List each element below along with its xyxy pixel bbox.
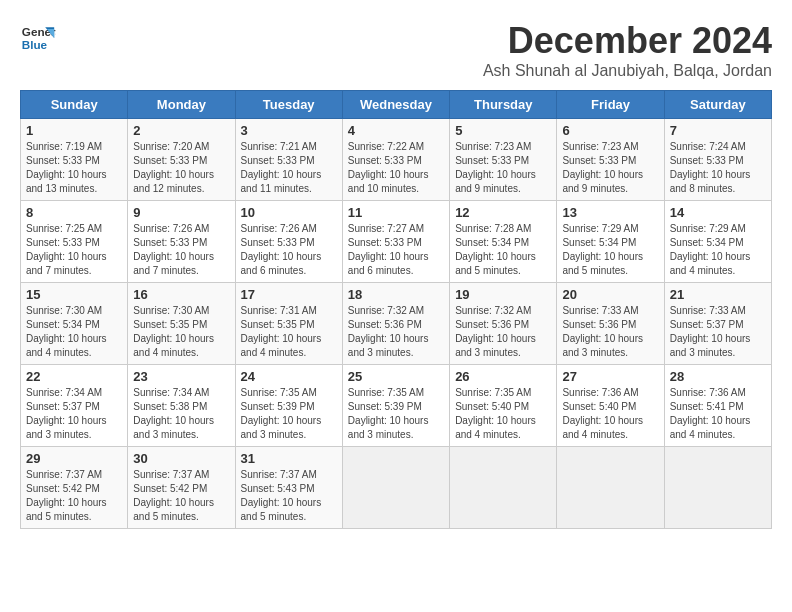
calendar-cell: 24Sunrise: 7:35 AM Sunset: 5:39 PM Dayli… [235, 365, 342, 447]
day-info: Sunrise: 7:20 AM Sunset: 5:33 PM Dayligh… [133, 140, 229, 196]
calendar-cell: 8Sunrise: 7:25 AM Sunset: 5:33 PM Daylig… [21, 201, 128, 283]
calendar-cell: 2Sunrise: 7:20 AM Sunset: 5:33 PM Daylig… [128, 119, 235, 201]
day-number: 8 [26, 205, 122, 220]
day-number: 10 [241, 205, 337, 220]
calendar-cell: 17Sunrise: 7:31 AM Sunset: 5:35 PM Dayli… [235, 283, 342, 365]
day-info: Sunrise: 7:28 AM Sunset: 5:34 PM Dayligh… [455, 222, 551, 278]
logo-icon: General Blue [20, 20, 56, 56]
day-number: 16 [133, 287, 229, 302]
page-header: General Blue December 2024 Ash Shunah al… [20, 20, 772, 80]
day-info: Sunrise: 7:37 AM Sunset: 5:42 PM Dayligh… [133, 468, 229, 524]
day-number: 5 [455, 123, 551, 138]
header-saturday: Saturday [664, 91, 771, 119]
header-thursday: Thursday [450, 91, 557, 119]
header-tuesday: Tuesday [235, 91, 342, 119]
header-friday: Friday [557, 91, 664, 119]
header-sunday: Sunday [21, 91, 128, 119]
day-info: Sunrise: 7:36 AM Sunset: 5:41 PM Dayligh… [670, 386, 766, 442]
calendar-cell: 22Sunrise: 7:34 AM Sunset: 5:37 PM Dayli… [21, 365, 128, 447]
day-info: Sunrise: 7:33 AM Sunset: 5:37 PM Dayligh… [670, 304, 766, 360]
day-info: Sunrise: 7:21 AM Sunset: 5:33 PM Dayligh… [241, 140, 337, 196]
day-info: Sunrise: 7:34 AM Sunset: 5:37 PM Dayligh… [26, 386, 122, 442]
calendar-week-4: 22Sunrise: 7:34 AM Sunset: 5:37 PM Dayli… [21, 365, 772, 447]
calendar-cell: 13Sunrise: 7:29 AM Sunset: 5:34 PM Dayli… [557, 201, 664, 283]
day-number: 22 [26, 369, 122, 384]
header-wednesday: Wednesday [342, 91, 449, 119]
calendar-cell: 4Sunrise: 7:22 AM Sunset: 5:33 PM Daylig… [342, 119, 449, 201]
day-number: 7 [670, 123, 766, 138]
day-info: Sunrise: 7:26 AM Sunset: 5:33 PM Dayligh… [133, 222, 229, 278]
day-info: Sunrise: 7:25 AM Sunset: 5:33 PM Dayligh… [26, 222, 122, 278]
day-number: 17 [241, 287, 337, 302]
title-section: December 2024 Ash Shunah al Janubiyah, B… [483, 20, 772, 80]
day-info: Sunrise: 7:19 AM Sunset: 5:33 PM Dayligh… [26, 140, 122, 196]
day-info: Sunrise: 7:31 AM Sunset: 5:35 PM Dayligh… [241, 304, 337, 360]
calendar-week-2: 8Sunrise: 7:25 AM Sunset: 5:33 PM Daylig… [21, 201, 772, 283]
calendar-week-1: 1Sunrise: 7:19 AM Sunset: 5:33 PM Daylig… [21, 119, 772, 201]
day-number: 29 [26, 451, 122, 466]
day-info: Sunrise: 7:30 AM Sunset: 5:35 PM Dayligh… [133, 304, 229, 360]
calendar-cell [664, 447, 771, 529]
calendar-cell [450, 447, 557, 529]
day-number: 2 [133, 123, 229, 138]
day-info: Sunrise: 7:22 AM Sunset: 5:33 PM Dayligh… [348, 140, 444, 196]
day-info: Sunrise: 7:35 AM Sunset: 5:39 PM Dayligh… [241, 386, 337, 442]
calendar-cell: 11Sunrise: 7:27 AM Sunset: 5:33 PM Dayli… [342, 201, 449, 283]
day-number: 3 [241, 123, 337, 138]
day-number: 21 [670, 287, 766, 302]
day-info: Sunrise: 7:24 AM Sunset: 5:33 PM Dayligh… [670, 140, 766, 196]
svg-text:Blue: Blue [22, 38, 48, 51]
calendar-cell: 23Sunrise: 7:34 AM Sunset: 5:38 PM Dayli… [128, 365, 235, 447]
calendar-week-3: 15Sunrise: 7:30 AM Sunset: 5:34 PM Dayli… [21, 283, 772, 365]
day-number: 25 [348, 369, 444, 384]
calendar-cell: 15Sunrise: 7:30 AM Sunset: 5:34 PM Dayli… [21, 283, 128, 365]
header-monday: Monday [128, 91, 235, 119]
calendar-cell: 30Sunrise: 7:37 AM Sunset: 5:42 PM Dayli… [128, 447, 235, 529]
day-number: 12 [455, 205, 551, 220]
day-info: Sunrise: 7:32 AM Sunset: 5:36 PM Dayligh… [455, 304, 551, 360]
day-number: 18 [348, 287, 444, 302]
calendar-cell: 1Sunrise: 7:19 AM Sunset: 5:33 PM Daylig… [21, 119, 128, 201]
day-number: 20 [562, 287, 658, 302]
calendar-header-row: SundayMondayTuesdayWednesdayThursdayFrid… [21, 91, 772, 119]
day-number: 19 [455, 287, 551, 302]
day-info: Sunrise: 7:33 AM Sunset: 5:36 PM Dayligh… [562, 304, 658, 360]
day-info: Sunrise: 7:36 AM Sunset: 5:40 PM Dayligh… [562, 386, 658, 442]
day-info: Sunrise: 7:27 AM Sunset: 5:33 PM Dayligh… [348, 222, 444, 278]
day-info: Sunrise: 7:30 AM Sunset: 5:34 PM Dayligh… [26, 304, 122, 360]
calendar-cell: 31Sunrise: 7:37 AM Sunset: 5:43 PM Dayli… [235, 447, 342, 529]
calendar-cell: 25Sunrise: 7:35 AM Sunset: 5:39 PM Dayli… [342, 365, 449, 447]
day-number: 4 [348, 123, 444, 138]
day-info: Sunrise: 7:29 AM Sunset: 5:34 PM Dayligh… [562, 222, 658, 278]
day-info: Sunrise: 7:34 AM Sunset: 5:38 PM Dayligh… [133, 386, 229, 442]
calendar-cell: 3Sunrise: 7:21 AM Sunset: 5:33 PM Daylig… [235, 119, 342, 201]
calendar-cell: 20Sunrise: 7:33 AM Sunset: 5:36 PM Dayli… [557, 283, 664, 365]
day-number: 24 [241, 369, 337, 384]
day-number: 6 [562, 123, 658, 138]
day-number: 9 [133, 205, 229, 220]
calendar-cell: 19Sunrise: 7:32 AM Sunset: 5:36 PM Dayli… [450, 283, 557, 365]
calendar-cell: 9Sunrise: 7:26 AM Sunset: 5:33 PM Daylig… [128, 201, 235, 283]
calendar-cell: 26Sunrise: 7:35 AM Sunset: 5:40 PM Dayli… [450, 365, 557, 447]
day-info: Sunrise: 7:35 AM Sunset: 5:39 PM Dayligh… [348, 386, 444, 442]
day-number: 11 [348, 205, 444, 220]
day-info: Sunrise: 7:35 AM Sunset: 5:40 PM Dayligh… [455, 386, 551, 442]
calendar-cell: 6Sunrise: 7:23 AM Sunset: 5:33 PM Daylig… [557, 119, 664, 201]
month-title: December 2024 [483, 20, 772, 62]
calendar-cell: 18Sunrise: 7:32 AM Sunset: 5:36 PM Dayli… [342, 283, 449, 365]
calendar-cell: 29Sunrise: 7:37 AM Sunset: 5:42 PM Dayli… [21, 447, 128, 529]
calendar-cell: 10Sunrise: 7:26 AM Sunset: 5:33 PM Dayli… [235, 201, 342, 283]
day-number: 1 [26, 123, 122, 138]
day-number: 26 [455, 369, 551, 384]
day-info: Sunrise: 7:26 AM Sunset: 5:33 PM Dayligh… [241, 222, 337, 278]
day-info: Sunrise: 7:37 AM Sunset: 5:43 PM Dayligh… [241, 468, 337, 524]
calendar-cell [342, 447, 449, 529]
calendar-cell [557, 447, 664, 529]
calendar-table: SundayMondayTuesdayWednesdayThursdayFrid… [20, 90, 772, 529]
calendar-cell: 28Sunrise: 7:36 AM Sunset: 5:41 PM Dayli… [664, 365, 771, 447]
calendar-cell: 12Sunrise: 7:28 AM Sunset: 5:34 PM Dayli… [450, 201, 557, 283]
location-title: Ash Shunah al Janubiyah, Balqa, Jordan [483, 62, 772, 80]
calendar-cell: 14Sunrise: 7:29 AM Sunset: 5:34 PM Dayli… [664, 201, 771, 283]
day-info: Sunrise: 7:32 AM Sunset: 5:36 PM Dayligh… [348, 304, 444, 360]
day-number: 31 [241, 451, 337, 466]
